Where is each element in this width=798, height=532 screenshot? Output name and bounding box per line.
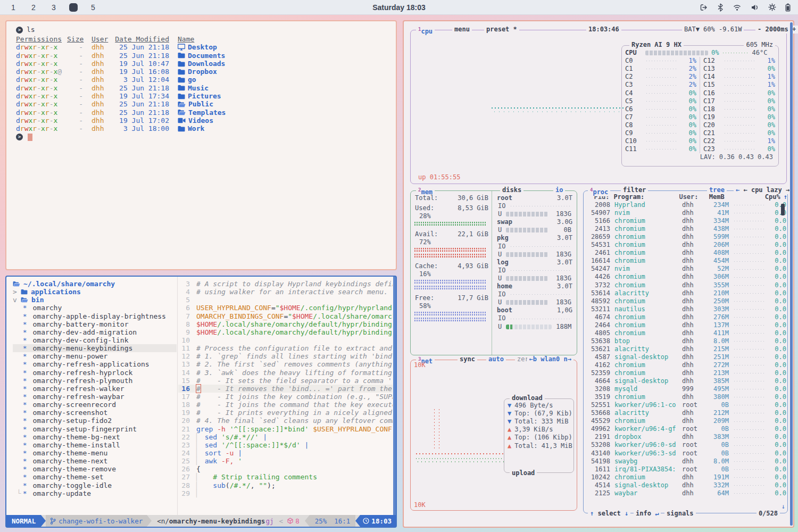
- wifi-icon[interactable]: [733, 4, 742, 11]
- file-entry[interactable]: Documents: [178, 52, 225, 60]
- file-explorer-pane[interactable]: ~/.local/share/omarchy>applicationsvbin …: [6, 277, 178, 515]
- process-row[interactable]: 1611irq/81-PIXA3854:root0B0.0: [584, 466, 787, 473]
- settings-icon[interactable]: [768, 3, 776, 11]
- tree-item-omarchy-refresh-applications[interactable]: * omarchy-refresh-applications: [13, 360, 177, 368]
- tab-proc[interactable]: 4proc: [588, 186, 610, 196]
- process-row[interactable]: 4162chromiumdhh272M0.0: [584, 361, 787, 369]
- preset-button[interactable]: preset *: [484, 26, 519, 34]
- proc-sort-selector[interactable]: ← ← cpu lazy →: [734, 186, 792, 194]
- process-row[interactable]: 2191dropboxdhh383M0.0: [584, 433, 787, 441]
- process-row[interactable]: 43140kworker/u96:3-sdroot0B0.0: [584, 450, 787, 458]
- tree-item-omarchy-theme-set[interactable]: * omarchy-theme-set: [13, 473, 177, 481]
- tree-item-omarchy-battery-monitor[interactable]: * omarchy-battery-monitor: [13, 320, 177, 328]
- process-row[interactable]: 53211nautilusdhh303M0.0: [584, 305, 787, 313]
- logout-icon[interactable]: [699, 3, 708, 12]
- scroll-up-arrow[interactable]: ↑: [780, 193, 787, 201]
- volume-icon[interactable]: [751, 4, 759, 11]
- net-sync-button[interactable]: sync: [458, 355, 477, 363]
- process-row[interactable]: 4426chromiumdhh306M0.0: [584, 273, 787, 281]
- file-entry[interactable]: go: [178, 76, 196, 84]
- tree-item-omarchy-menu-power[interactable]: * omarchy-menu-power: [13, 352, 177, 360]
- process-row[interactable]: 3519chromiumdhh380M0.0: [584, 393, 787, 401]
- process-row[interactable]: 54907nvimdhh41M0.0: [584, 209, 787, 217]
- process-row[interactable]: 53668alacrittydhh212M0.0: [584, 409, 787, 417]
- proc-col-user[interactable]: User:: [679, 193, 701, 201]
- process-row[interactable]: 2125waybardhh64M0.0: [584, 489, 787, 497]
- tree-item-omarchy-apple-display-brightness[interactable]: * omarchy-apple-display-brightness: [13, 312, 177, 320]
- tree-item-omarchy-refresh-waybar[interactable]: * omarchy-refresh-waybar: [13, 393, 177, 401]
- file-entry[interactable]: Public: [178, 100, 213, 108]
- proc-filter-button[interactable]: filter: [621, 186, 648, 194]
- file-entry[interactable]: Downloads: [178, 60, 225, 68]
- proc-signals-hint[interactable]: signals: [664, 510, 696, 518]
- bluetooth-icon[interactable]: [717, 3, 724, 12]
- tree-item-omarchy-theme-bg-next[interactable]: * omarchy-theme-bg-next: [13, 433, 177, 441]
- btop-scrollbar[interactable]: [790, 22, 793, 526]
- tab-cpu[interactable]: 1cpu: [416, 26, 435, 36]
- proc-tree-button[interactable]: tree: [707, 186, 727, 194]
- tree-item-omarchy-theme-install[interactable]: * omarchy-theme-install: [13, 441, 177, 449]
- tree-item-omarchy-refresh-walker[interactable]: * omarchy-refresh-walker: [13, 385, 177, 393]
- tree-item-omarchy-theme-next[interactable]: * omarchy-theme-next: [13, 457, 177, 465]
- tree-item-omarchy-setup-fingerprint[interactable]: * omarchy-setup-fingerprint: [13, 425, 177, 433]
- tree-item-omarchy-screenrecord[interactable]: * omarchy-screenrecord: [13, 401, 177, 409]
- proc-select-hint[interactable]: ↑ select ↓: [588, 510, 630, 518]
- process-row[interactable]: 4587signal-desktopdhh251M0.0: [584, 353, 787, 361]
- process-row[interactable]: 53208kworker/u96:0-sdroot0B0.0: [584, 441, 787, 449]
- file-entry[interactable]: Music: [178, 84, 209, 92]
- process-row[interactable]: 5166chromiumdhh334M0.0: [584, 217, 787, 225]
- proc-col-program[interactable]: Program:: [609, 193, 679, 201]
- tree-item-applications[interactable]: >applications: [13, 288, 177, 296]
- terminal-cursor[interactable]: [28, 134, 32, 141]
- file-entry[interactable]: Dropbox: [178, 68, 217, 76]
- process-row[interactable]: 28659chromiumdhh599M0.0: [584, 233, 787, 241]
- proc-col-cpu[interactable]: Cpu%: [765, 193, 780, 201]
- net-auto-button[interactable]: auto: [486, 355, 506, 363]
- tab-io[interactable]: io: [553, 186, 565, 194]
- process-row[interactable]: 48592chromiumdhh250M0.0: [584, 297, 787, 305]
- tree-item-omarchy-setup-fido2[interactable]: * omarchy-setup-fido2: [13, 417, 177, 425]
- proc-info-hint[interactable]: info ↵: [634, 510, 661, 518]
- tree-item-omarchy-theme-remove[interactable]: * omarchy-theme-remove: [13, 465, 177, 473]
- tree-item-omarchy-dev-add-migration[interactable]: * omarchy-dev-add-migration: [13, 328, 177, 336]
- file-entry[interactable]: Videos: [178, 117, 213, 124]
- file-entry[interactable]: Work: [178, 124, 204, 132]
- scroll-down-arrow[interactable]: ↓: [782, 503, 785, 511]
- tree-item-omarchy-menu-keybindings[interactable]: * omarchy-menu-keybindings: [13, 344, 177, 352]
- tree-item-omarchy-refresh-hyprlock[interactable]: * omarchy-refresh-hyprlock: [13, 369, 177, 377]
- process-row[interactable]: 3208mysqld999495M0.0: [584, 385, 787, 393]
- tree-item-bin[interactable]: vbin: [13, 296, 177, 304]
- menu-button[interactable]: menu: [452, 26, 472, 34]
- process-row[interactable]: 54247nvimdhh52M0.0: [584, 265, 787, 273]
- process-row[interactable]: 3732chromiumdhh355M0.0: [584, 281, 787, 289]
- file-entry[interactable]: Desktop: [178, 43, 217, 51]
- process-row[interactable]: 52551kworker/u96:1-coroot0B0.0: [584, 401, 787, 409]
- proc-scrollbar-thumb[interactable]: [781, 204, 785, 215]
- code-editor-pane[interactable]: 3# A script to display Hyprland keybindi…: [178, 277, 393, 515]
- terminal-prompt-row-2[interactable]: >: [16, 133, 396, 142]
- process-row[interactable]: 45529chromiumdhh209M0.0: [584, 417, 787, 425]
- process-row[interactable]: 54531chromiumdhh206M0.0: [584, 241, 787, 249]
- file-entry[interactable]: Pictures: [178, 92, 221, 100]
- process-row[interactable]: 4664signal-desktopdhh385M0.0: [584, 377, 787, 385]
- process-row[interactable]: 52359chromiumdhh213M0.0: [584, 369, 787, 377]
- tree-item-omarchy[interactable]: * omarchy: [13, 304, 177, 312]
- tree-item-omarchy-update[interactable]: └* omarchy-update: [13, 489, 177, 497]
- tree-item-omarchy-toggle-idle[interactable]: * omarchy-toggle-idle: [13, 481, 177, 489]
- tree-item-omarchy-theme-menu[interactable]: * omarchy-theme-menu: [13, 449, 177, 457]
- process-row[interactable]: 4674chromiumdhh276M0.0: [584, 313, 787, 321]
- process-row[interactable]: 2461chromiumdhh408M0.0: [584, 249, 787, 257]
- proc-col-mem[interactable]: MemB: [701, 193, 725, 201]
- process-row[interactable]: 2413chromiumdhh438M0.0: [584, 225, 787, 233]
- tab-disks[interactable]: disks: [500, 186, 523, 194]
- net-interface[interactable]: ←b wlan0 n→: [527, 355, 573, 363]
- process-row[interactable]: 53638btopdhh8.0M0.0: [584, 337, 787, 345]
- process-row[interactable]: 10242chromiumdhh191M0.0: [584, 473, 787, 481]
- process-row[interactable]: 4514signal-desktopdhh332M0.0: [584, 481, 787, 489]
- tree-item-omarchy-refresh-plymouth[interactable]: * omarchy-refresh-plymouth: [13, 377, 177, 385]
- tree-item-omarchy-screenshot[interactable]: * omarchy-screenshot: [13, 409, 177, 417]
- process-row[interactable]: 53614alacrittydhh210M0.0: [584, 289, 787, 297]
- process-row[interactable]: 49962kworker/u96:4-gfroot0B0.0: [584, 425, 787, 433]
- process-row[interactable]: 4805chromiumdhh411M0.0: [584, 329, 787, 337]
- file-entry[interactable]: Templates: [178, 109, 226, 117]
